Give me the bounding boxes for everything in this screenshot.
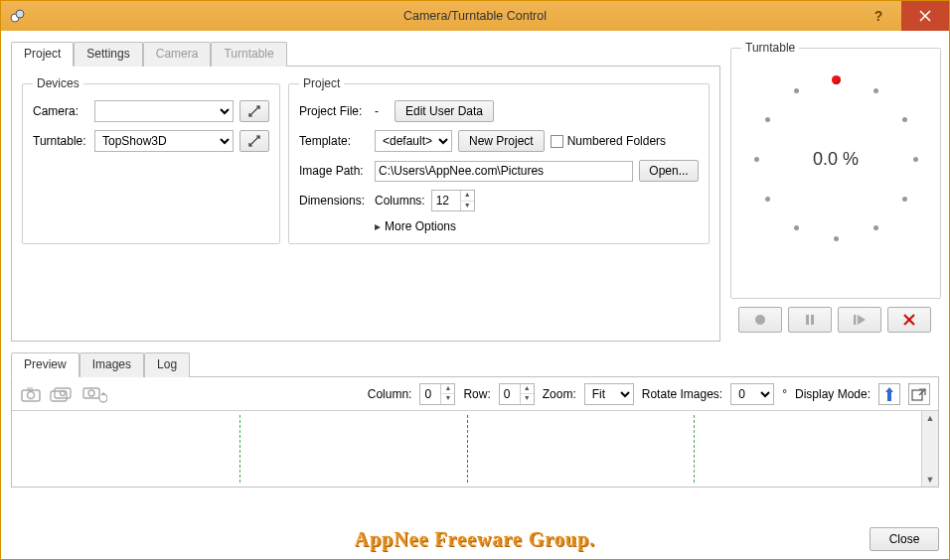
close-button[interactable]: Close bbox=[870, 527, 939, 551]
main-tabstrip: Project Settings Camera Turntable bbox=[11, 42, 720, 67]
project-legend: Project bbox=[299, 76, 344, 90]
svg-rect-9 bbox=[854, 315, 857, 325]
zoom-label: Zoom: bbox=[543, 387, 576, 401]
svg-marker-21 bbox=[100, 392, 106, 395]
svg-rect-7 bbox=[806, 315, 809, 325]
scroll-down-icon[interactable]: ▼ bbox=[926, 475, 935, 485]
degree-symbol: ° bbox=[782, 387, 787, 401]
turntable-percent: 0.0 % bbox=[813, 149, 859, 170]
row-label: Row: bbox=[463, 387, 490, 401]
help-button[interactable]: ? bbox=[856, 1, 901, 31]
turntable-dial: 0.0 % bbox=[741, 65, 930, 253]
snapshot-refresh-icon[interactable] bbox=[81, 384, 107, 404]
svg-line-4 bbox=[249, 106, 259, 116]
svg-rect-23 bbox=[912, 390, 922, 400]
camera-select[interactable] bbox=[94, 100, 234, 122]
more-options-toggle[interactable]: ▸More Options bbox=[375, 219, 699, 233]
turntable-label: Turntable: bbox=[33, 134, 88, 148]
tab-log[interactable]: Log bbox=[144, 352, 190, 377]
svg-point-14 bbox=[28, 391, 35, 398]
tab-camera: Camera bbox=[143, 42, 212, 67]
preview-scrollbar[interactable]: ▲▼ bbox=[921, 411, 938, 487]
svg-marker-22 bbox=[885, 387, 893, 401]
display-mode-popout-button[interactable] bbox=[908, 383, 930, 405]
tab-project[interactable]: Project bbox=[11, 42, 74, 67]
svg-point-20 bbox=[88, 390, 94, 396]
columns-spinner[interactable]: ▲▼ bbox=[431, 190, 475, 211]
bottom-tabstrip: Preview Images Log bbox=[11, 352, 939, 377]
record-button[interactable] bbox=[738, 307, 782, 333]
numbered-folders-label: Numbered Folders bbox=[567, 134, 666, 148]
tab-images[interactable]: Images bbox=[79, 352, 144, 377]
new-project-button[interactable]: New Project bbox=[458, 130, 545, 152]
spin-down-icon[interactable]: ▼ bbox=[461, 202, 474, 211]
edit-user-data-button[interactable]: Edit User Data bbox=[395, 100, 494, 122]
display-mode-single-button[interactable] bbox=[878, 383, 900, 405]
tab-turntable: Turntable bbox=[211, 42, 286, 67]
project-file-label: Project File: bbox=[299, 104, 369, 118]
titlebar: Camera/Turntable Control ? bbox=[1, 1, 949, 31]
camera-connect-button[interactable] bbox=[239, 100, 269, 122]
turntable-group: Turntable 0.0 % bbox=[730, 41, 941, 299]
zoom-select[interactable]: Fit bbox=[584, 383, 634, 405]
image-path-label: Image Path: bbox=[299, 164, 369, 178]
row-spinner[interactable]: ▲▼ bbox=[499, 383, 535, 405]
pause-button[interactable] bbox=[788, 307, 832, 333]
connect-icon bbox=[247, 104, 261, 118]
preview-canvas bbox=[12, 411, 921, 487]
image-path-input[interactable] bbox=[375, 161, 633, 182]
columns-value[interactable] bbox=[432, 191, 460, 210]
snapshot-icon[interactable] bbox=[20, 385, 42, 403]
column-label: Column: bbox=[368, 387, 412, 401]
turntable-select[interactable]: TopShow3D bbox=[94, 130, 234, 152]
svg-rect-8 bbox=[811, 315, 814, 325]
turntable-legend: Turntable bbox=[741, 41, 799, 55]
open-button[interactable]: Open... bbox=[639, 160, 699, 182]
spin-up-icon[interactable]: ▲ bbox=[461, 191, 474, 202]
stop-button[interactable] bbox=[887, 307, 931, 333]
svg-marker-10 bbox=[858, 315, 866, 325]
devices-legend: Devices bbox=[33, 76, 83, 90]
svg-rect-15 bbox=[27, 387, 33, 391]
rotate-label: Rotate Images: bbox=[642, 387, 722, 401]
multi-snapshot-icon[interactable] bbox=[50, 385, 74, 403]
turntable-pointer-dot bbox=[832, 75, 841, 84]
tab-preview[interactable]: Preview bbox=[11, 352, 79, 377]
close-window-button[interactable] bbox=[901, 1, 949, 31]
template-label: Template: bbox=[299, 134, 369, 148]
devices-group: Devices Camera: Turntable: TopShow3D bbox=[22, 76, 280, 244]
numbered-folders-checkbox[interactable]: Numbered Folders bbox=[551, 134, 666, 148]
step-forward-button[interactable] bbox=[838, 307, 881, 333]
triangle-right-icon: ▸ bbox=[375, 219, 381, 233]
turntable-connect-button[interactable] bbox=[239, 130, 269, 152]
project-file-value: - bbox=[375, 104, 389, 118]
watermark: AppNee Freeware Group. bbox=[355, 528, 596, 551]
svg-line-5 bbox=[249, 136, 259, 146]
connect-icon bbox=[247, 134, 261, 148]
rotate-select[interactable]: 0 bbox=[730, 383, 774, 405]
app-icon bbox=[9, 8, 25, 24]
svg-rect-16 bbox=[51, 391, 67, 401]
columns-label: Columns: bbox=[375, 194, 425, 208]
tab-settings[interactable]: Settings bbox=[74, 42, 142, 67]
project-group: Project Project File: - Edit User Data T… bbox=[288, 76, 710, 244]
scroll-up-icon[interactable]: ▲ bbox=[926, 413, 935, 423]
svg-point-6 bbox=[755, 315, 765, 325]
checkbox-box bbox=[551, 135, 563, 148]
dimensions-label: Dimensions: bbox=[299, 194, 369, 208]
window: Camera/Turntable Control ? Project Setti… bbox=[0, 0, 950, 560]
display-mode-label: Display Mode: bbox=[795, 387, 871, 401]
window-title: Camera/Turntable Control bbox=[1, 9, 949, 23]
svg-rect-17 bbox=[55, 388, 71, 398]
svg-point-1 bbox=[16, 10, 24, 18]
column-spinner[interactable]: ▲▼ bbox=[419, 383, 455, 405]
camera-label: Camera: bbox=[33, 104, 88, 118]
template-select[interactable]: <default> bbox=[375, 130, 452, 152]
